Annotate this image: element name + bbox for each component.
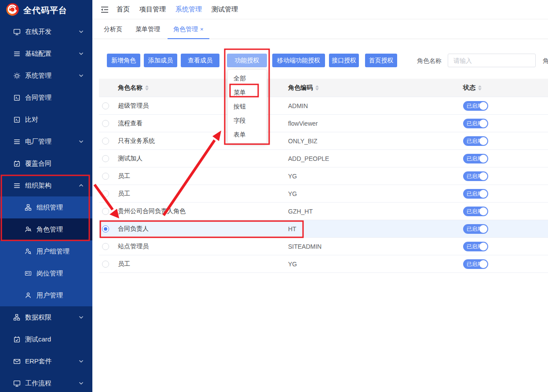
function-auth-button[interactable]: 功能授权 — [227, 54, 267, 67]
dropdown-item-field[interactable]: 字段 — [228, 113, 267, 127]
status-toggle[interactable]: 已启用 — [463, 171, 488, 181]
sidebar-item-basic-config[interactable]: 基础配置 — [0, 43, 92, 65]
sidebar-item-compare[interactable]: 比对 — [0, 109, 92, 131]
table-row[interactable]: 员工 YG 已启用 — [99, 255, 548, 273]
sidebar-item-label: 系统管理 — [25, 72, 51, 80]
sidebar-item-user-mgmt[interactable]: 用户管理 — [0, 284, 92, 306]
table-row[interactable]: 流程查看 flowViewer 已启用 — [99, 115, 548, 132]
sidebar-item-role-mgmt[interactable]: 角色管理 — [0, 218, 92, 240]
row-radio[interactable] — [102, 190, 109, 197]
sidebar-item-post-mgmt[interactable]: 岗位管理 — [0, 262, 92, 284]
role-code-cell: ADD_PEOPLE — [288, 155, 463, 162]
sort-carets-icon — [145, 85, 149, 91]
role-table: 角色名称 角色编码 状态 超级管理员 ADMIN 已启用 流程查看 flowVi… — [99, 79, 548, 273]
dropdown-item-all[interactable]: 全部 — [228, 71, 267, 85]
sidebar-item-cover-contract[interactable]: 覆盖合同 — [0, 152, 92, 174]
sidebar-item-plant-mgmt[interactable]: 电厂管理 — [0, 131, 92, 152]
row-radio[interactable] — [102, 243, 109, 250]
menu-fold-icon[interactable] — [100, 6, 109, 14]
main-area: 首页 项目管理 系统管理 测试管理 分析页 菜单管理 角色管理 × 新增角色 添… — [92, 0, 548, 392]
sidebar-item-usergroup-mgmt[interactable]: 用户组管理 — [0, 240, 92, 262]
row-radio[interactable] — [102, 261, 109, 268]
add-role-button[interactable]: 新增角色 — [107, 54, 140, 67]
dropdown-item-menu[interactable]: 菜单 — [228, 85, 267, 99]
row-radio[interactable] — [102, 120, 109, 127]
chevron-down-icon — [79, 30, 84, 33]
top-navbar: 首页 项目管理 系统管理 测试管理 — [92, 0, 548, 19]
close-icon[interactable]: × — [200, 26, 204, 33]
row-radio-checked[interactable] — [102, 225, 109, 232]
status-toggle[interactable]: 已启用 — [463, 224, 488, 234]
sidebar-item-label: 覆盖合同 — [25, 160, 51, 168]
table-row[interactable]: 站点管理员 SITEADMIN 已启用 — [99, 238, 548, 255]
app-title: 全代码平台 — [23, 5, 67, 16]
mobile-function-auth-button[interactable]: 移动端功能授权 — [272, 54, 325, 67]
sidebar-item-test-card[interactable]: 测试card — [0, 328, 92, 350]
column-header-label: 状态 — [463, 84, 475, 92]
sidebar-item-org-structure[interactable]: 组织架构 — [0, 174, 92, 196]
sidebar-item-online-dev[interactable]: 在线开发 — [0, 21, 92, 43]
sidebar-item-org-mgmt[interactable]: 组织管理 — [0, 196, 92, 218]
role-name-filter-input[interactable] — [448, 54, 536, 67]
sidebar-item-workflow[interactable]: 工作流程 — [0, 372, 92, 392]
row-radio[interactable] — [102, 138, 109, 145]
home-auth-button[interactable]: 首页授权 — [365, 54, 397, 67]
view-members-button[interactable]: 查看成员 — [181, 54, 219, 67]
dropdown-item-form[interactable]: 表单 — [228, 127, 267, 142]
status-toggle[interactable]: 已启用 — [463, 207, 488, 216]
chevron-down-icon — [79, 52, 84, 55]
sidebar-item-data-permission[interactable]: 数据权限 — [0, 306, 92, 328]
table-row[interactable]: 贵州公司合同负责人角色 GZH_HT 已启用 — [99, 203, 548, 220]
table-row[interactable]: 测试加人 ADD_PEOPLE 已启用 — [99, 150, 548, 167]
row-radio[interactable] — [102, 155, 109, 162]
column-header-role-code[interactable]: 角色编码 — [288, 84, 463, 92]
sidebar-item-label: 工作流程 — [25, 379, 51, 388]
logo-row: 全代码平台 — [0, 0, 92, 21]
role-code-cell: SITEADMIN — [288, 243, 463, 250]
sidebar-item-erp-suite[interactable]: ERP套件 — [0, 350, 92, 372]
status-label: 已启用 — [467, 119, 482, 128]
row-radio[interactable] — [102, 208, 109, 215]
add-member-button[interactable]: 添加成员 — [144, 54, 177, 67]
sidebar-item-system-mgmt[interactable]: 系统管理 — [0, 65, 92, 87]
status-toggle[interactable]: 已启用 — [463, 119, 488, 128]
table-row[interactable]: 只有业务系统 ONLY_BIZ 已启用 — [99, 132, 548, 150]
chevron-down-icon — [79, 140, 84, 143]
envelope-icon — [13, 358, 21, 365]
nav-item-home[interactable]: 首页 — [117, 5, 130, 14]
table-row[interactable]: 员工 YG 已启用 — [99, 167, 548, 185]
row-radio[interactable] — [102, 173, 109, 180]
table-row[interactable]: 超级管理员 ADMIN 已启用 — [99, 97, 548, 115]
status-label: 已启用 — [467, 171, 482, 181]
sidebar-item-label: 合同管理 — [25, 94, 51, 102]
sidebar-item-label: 角色管理 — [37, 225, 63, 234]
tab-menu-mgmt[interactable]: 菜单管理 — [130, 20, 166, 39]
nav-item-test-mgmt[interactable]: 测试管理 — [212, 5, 238, 14]
nav-item-system-mgmt[interactable]: 系统管理 — [175, 5, 202, 14]
api-auth-button[interactable]: 接口授权 — [329, 54, 359, 67]
status-toggle[interactable]: 已启用 — [463, 259, 488, 269]
tab-label: 分析页 — [104, 25, 122, 33]
table-row-selected[interactable]: 合同负责人 HT 已启用 — [99, 220, 548, 238]
user-icon — [25, 292, 32, 299]
status-toggle[interactable]: 已启用 — [463, 189, 488, 199]
column-header-status[interactable]: 状态 — [463, 84, 548, 92]
tab-role-mgmt[interactable]: 角色管理 × — [168, 20, 209, 39]
status-toggle[interactable]: 已启用 — [463, 154, 488, 163]
role-code-cell: ONLY_BIZ — [288, 138, 463, 145]
contract-icon — [13, 116, 21, 123]
tab-analysis[interactable]: 分析页 — [98, 20, 128, 39]
dropdown-item-button[interactable]: 按钮 — [228, 99, 267, 113]
table-row[interactable]: 员工 YG 已启用 — [99, 185, 548, 203]
status-toggle[interactable]: 已启用 — [463, 242, 488, 251]
status-toggle[interactable]: 已启用 — [463, 101, 488, 111]
chevron-down-icon — [79, 381, 84, 385]
chevron-down-icon — [79, 359, 84, 363]
row-radio[interactable] — [102, 102, 109, 109]
status-toggle[interactable]: 已启用 — [463, 136, 488, 146]
sidebar-item-contract-mgmt[interactable]: 合同管理 — [0, 87, 92, 109]
nav-item-project-mgmt[interactable]: 项目管理 — [139, 5, 166, 14]
calendar-icon — [13, 336, 21, 343]
role-name-cell: 贵州公司合同负责人角色 — [118, 207, 288, 215]
gear-icon — [13, 72, 21, 80]
